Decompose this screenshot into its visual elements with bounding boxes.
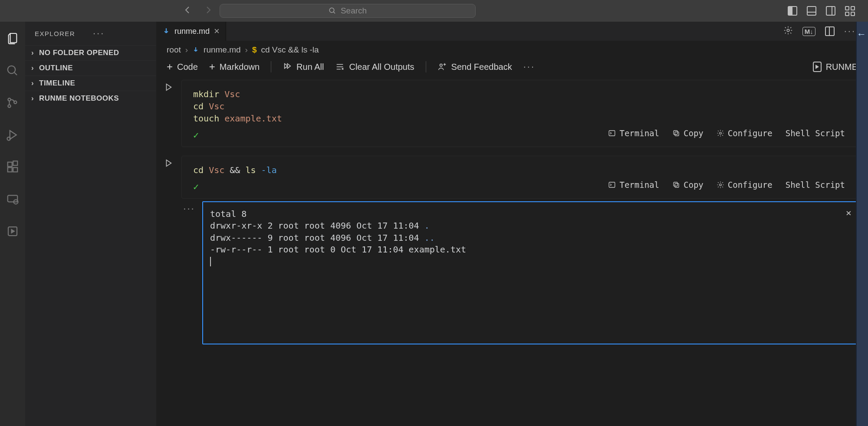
chevron-right-icon: › <box>29 49 36 57</box>
copy-icon <box>672 181 680 189</box>
nav-forward-icon[interactable] <box>203 5 214 17</box>
copy-icon <box>672 129 680 137</box>
svg-point-1 <box>8 66 16 74</box>
tab-settings-icon[interactable] <box>783 26 793 37</box>
kernel-icon <box>813 62 822 72</box>
sidebar-title-row: EXPLORER ··· <box>25 22 156 45</box>
terminal-icon <box>608 181 616 189</box>
title-bar: Search <box>0 0 868 22</box>
tab-more-icon[interactable]: ··· <box>844 26 856 37</box>
activity-explorer-icon[interactable] <box>5 31 20 46</box>
svg-rect-19 <box>609 182 615 187</box>
svg-rect-21 <box>674 182 677 186</box>
check-icon: ✓ <box>193 180 199 194</box>
svg-rect-10 <box>8 195 18 202</box>
copy-button[interactable]: Copy <box>672 179 704 191</box>
clear-icon <box>335 62 345 72</box>
language-label[interactable]: Shell Script <box>786 128 845 139</box>
layout-bottom-icon[interactable] <box>807 6 816 16</box>
adjacent-window-back-icon[interactable]: ← <box>857 29 866 40</box>
add-markdown-button[interactable]: +Markdown <box>209 61 260 73</box>
layout-grid-icon[interactable] <box>845 6 855 16</box>
activity-remote-icon[interactable] <box>5 192 20 206</box>
toolbar-more-icon[interactable]: ··· <box>523 61 535 72</box>
run-all-button[interactable]: Run All <box>283 62 324 72</box>
gear-icon <box>717 181 724 189</box>
sidebar-section-timeline[interactable]: ›TIMELINE <box>25 75 156 91</box>
kernel-button[interactable]: RUNME <box>813 62 858 72</box>
split-editor-icon[interactable] <box>825 26 835 36</box>
language-label[interactable]: Shell Script <box>786 179 845 191</box>
configure-button[interactable]: Configure <box>717 128 773 139</box>
feedback-button[interactable]: Send Feedback <box>437 62 512 72</box>
code-block[interactable]: cd Vsc && ls -la ✓ Terminal Copy Configu… <box>181 156 858 199</box>
svg-rect-7 <box>8 167 12 172</box>
output-more-icon[interactable]: ··· <box>181 201 197 344</box>
sidebar-more-icon[interactable]: ··· <box>93 28 151 39</box>
editor-area: runme.md × M↓ ··· root › runme.md › $ cd… <box>156 22 868 426</box>
svg-point-3 <box>8 105 10 107</box>
breadcrumb[interactable]: root › runme.md › $ cd Vsc && ls -la <box>156 41 868 57</box>
add-code-button[interactable]: +Code <box>167 61 198 73</box>
check-icon: ✓ <box>193 129 199 142</box>
svg-point-0 <box>329 8 334 13</box>
output-line: drwxr-xr-x 2 root root 4096 Oct 17 11:04… <box>210 220 850 232</box>
run-cell-icon[interactable] <box>164 82 173 147</box>
activity-debug-icon[interactable] <box>5 128 20 142</box>
activity-bar <box>0 22 25 426</box>
output-line: total 8 <box>210 208 850 220</box>
crumb-cmd[interactable]: cd Vsc && ls -la <box>261 45 319 55</box>
svg-rect-20 <box>675 184 679 187</box>
tab-close-icon[interactable]: × <box>214 26 220 37</box>
svg-rect-6 <box>8 162 12 167</box>
sidebar-section-runme-nb[interactable]: ›RUNME NOTEBOOKS <box>25 91 156 106</box>
adjacent-window-sliver <box>856 22 868 426</box>
chevron-right-icon: › <box>29 79 36 88</box>
svg-rect-15 <box>609 131 615 136</box>
person-icon <box>437 62 447 72</box>
sidebar-section-outline[interactable]: ›OUTLINE <box>25 60 156 75</box>
activity-extensions-icon[interactable] <box>5 160 20 174</box>
search-placeholder: Search <box>341 6 367 16</box>
svg-point-13 <box>787 29 789 32</box>
gear-icon <box>717 129 724 137</box>
run-cell-icon[interactable] <box>164 158 173 344</box>
layout-right-icon[interactable] <box>826 6 835 16</box>
code-cell[interactable]: cd Vsc && ls -la ✓ Terminal Copy Configu… <box>161 156 858 344</box>
crumb-file[interactable]: runme.md <box>204 45 241 55</box>
svg-rect-9 <box>13 161 17 165</box>
svg-point-18 <box>720 132 722 134</box>
activity-runme-icon[interactable] <box>5 224 20 239</box>
search-icon <box>329 7 336 15</box>
activity-search-icon[interactable] <box>5 63 20 78</box>
svg-rect-16 <box>675 132 679 136</box>
crumb-root[interactable]: root <box>167 45 181 55</box>
arrow-down-icon <box>192 46 199 53</box>
sidebar-title: EXPLORER <box>35 30 93 37</box>
nav-back-icon[interactable] <box>182 5 193 17</box>
svg-point-14 <box>440 64 442 67</box>
activity-scm-icon[interactable] <box>5 95 20 110</box>
tab-filename: runme.md <box>174 27 210 36</box>
tab-runme[interactable]: runme.md × <box>156 22 226 41</box>
dollar-icon: $ <box>252 45 257 55</box>
configure-button[interactable]: Configure <box>717 179 773 191</box>
copy-button[interactable]: Copy <box>672 128 704 139</box>
open-terminal-button[interactable]: Terminal <box>608 128 659 139</box>
code-block[interactable]: mkdir Vsc cd Vsc touch example.txt ✓ Ter… <box>181 80 858 147</box>
svg-rect-8 <box>13 167 17 172</box>
clear-outputs-button[interactable]: Clear All Outputs <box>335 62 414 72</box>
layout-left-icon[interactable] <box>788 6 797 16</box>
chevron-right-icon: › <box>29 94 36 103</box>
open-terminal-button[interactable]: Terminal <box>608 179 659 191</box>
tab-bar: runme.md × M↓ ··· <box>156 22 868 41</box>
output-line: drwx------ 9 root root 4096 Oct 17 11:04… <box>210 232 850 244</box>
cell-output[interactable]: × total 8 drwxr-xr-x 2 root root 4096 Oc… <box>202 201 858 344</box>
search-input[interactable]: Search <box>220 4 476 18</box>
output-line: -rw-r--r-- 1 root root 0 Oct 17 11:04 ex… <box>210 244 850 256</box>
close-output-icon[interactable]: × <box>846 206 852 220</box>
arrow-down-icon <box>162 27 170 35</box>
markdown-badge[interactable]: M↓ <box>802 27 815 36</box>
code-cell[interactable]: mkdir Vsc cd Vsc touch example.txt ✓ Ter… <box>161 80 858 147</box>
sidebar-section-nofolder[interactable]: ›NO FOLDER OPENED <box>25 45 156 60</box>
